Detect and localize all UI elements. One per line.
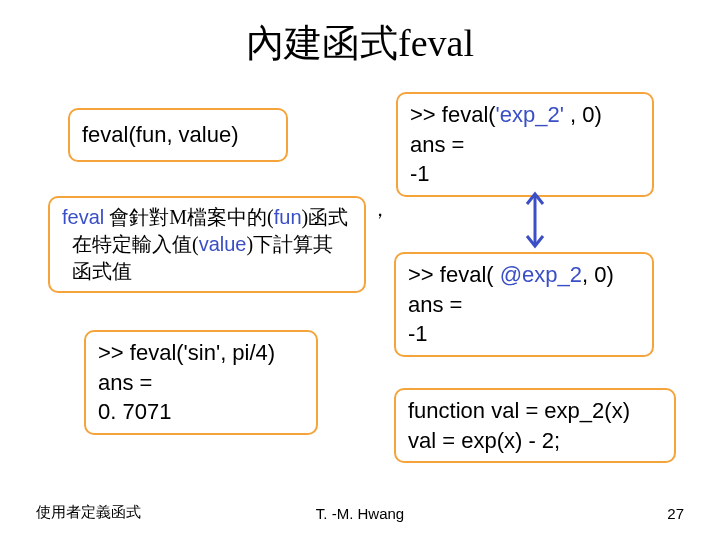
expstr-l3: -1 <box>410 161 430 186</box>
keyword-feval: feval <box>62 206 104 228</box>
syntax-text: feval(fun, value) <box>82 122 239 147</box>
expl-p2: )函式 <box>302 206 349 228</box>
expstr-l1b: 'exp_2' <box>496 102 564 127</box>
title-latin: feval <box>398 22 474 64</box>
exph-l1a: >> feval( <box>408 262 500 287</box>
func-l2: val = exp(x) - 2; <box>408 428 560 453</box>
explanation-box: feval 會針對M檔案中的(fun)函式 在特定輸入值(value)下計算其 … <box>48 196 366 293</box>
func-l1: function val = exp_2(x) <box>408 398 630 423</box>
expl-l3: 函式值 <box>72 260 132 282</box>
expstr-l2: ans = <box>410 132 464 157</box>
trailing-comma: ， <box>370 196 390 223</box>
expstr-l1a: >> feval( <box>410 102 496 127</box>
exph-l1c: , 0) <box>582 262 614 287</box>
expl-l2b: )下計算其 <box>246 233 333 255</box>
keyword-fun: fun <box>274 206 302 228</box>
exph-l2: ans = <box>408 292 462 317</box>
page-number: 27 <box>667 505 684 522</box>
double-arrow-icon <box>520 190 550 250</box>
expl-p1: 會針對M檔案中的( <box>104 206 273 228</box>
exph-l1b: @exp_2 <box>500 262 582 287</box>
footer-center: T. -M. Hwang <box>0 505 720 522</box>
title-zh: 內建函式 <box>246 22 398 64</box>
exp-handle-example-box: >> feval( @exp_2, 0) ans = -1 <box>394 252 654 357</box>
expl-l2a: 在特定輸入值( <box>72 233 199 255</box>
sin-l1: >> feval('sin', pi/4) <box>98 340 275 365</box>
exph-l3: -1 <box>408 321 428 346</box>
expstr-l1c: , 0) <box>564 102 602 127</box>
keyword-value: value <box>199 233 247 255</box>
sin-l2: ans = <box>98 370 152 395</box>
sin-example-box: >> feval('sin', pi/4) ans = 0. 7071 <box>84 330 318 435</box>
exp-string-example-box: >> feval('exp_2' , 0) ans = -1 <box>396 92 654 197</box>
function-definition-box: function val = exp_2(x) val = exp(x) - 2… <box>394 388 676 463</box>
syntax-box: feval(fun, value) <box>68 108 288 162</box>
slide: 內建函式feval feval(fun, value) feval 會針對M檔案… <box>0 0 720 540</box>
slide-title: 內建函式feval <box>0 0 720 69</box>
sin-l3: 0. 7071 <box>98 399 171 424</box>
